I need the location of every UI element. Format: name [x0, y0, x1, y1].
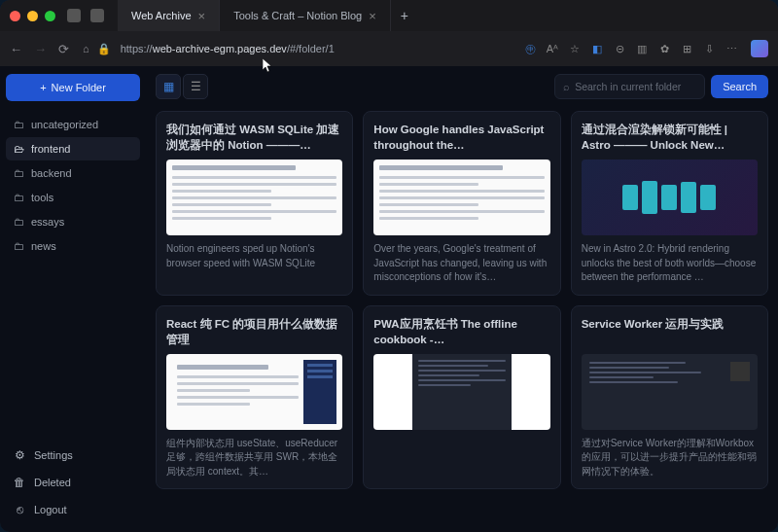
- bookmark-card[interactable]: React 纯 FC 的项目用什么做数据管理 组件内部状态用 useState、…: [156, 305, 353, 490]
- maximize-window[interactable]: [45, 11, 55, 21]
- bookmark-card[interactable]: How Google handles JavaScript throughout…: [363, 111, 560, 296]
- puzzle-icon[interactable]: ⊞: [680, 42, 693, 55]
- card-desc: Over the years, Google's treatment of Ja…: [373, 242, 549, 285]
- search-input[interactable]: [575, 81, 702, 92]
- search-box[interactable]: ⌕: [554, 74, 705, 99]
- logout-link[interactable]: ⎋ Logout: [6, 497, 140, 522]
- sidebar: + New Folder 🗀 uncategorized 🗁 frontend …: [0, 66, 146, 532]
- new-tab-button[interactable]: +: [391, 0, 418, 31]
- address-bar: ← → ⟳ ⌂ 🔒 https://web-archive-egm.pages.…: [0, 31, 778, 66]
- url-path: /#/folder/1: [287, 43, 335, 54]
- card-thumbnail: [166, 160, 342, 235]
- url-host: web-archive-egm.pages.dev: [153, 43, 287, 54]
- toolbar: ▦ ☰ ⌕ Search: [156, 74, 768, 99]
- downloads-icon[interactable]: ⇩: [702, 42, 716, 55]
- copilot-icon[interactable]: [751, 40, 768, 57]
- card-desc: New in Astro 2.0: Hybrid rendering unloc…: [582, 242, 758, 285]
- card-desc: Notion engineers sped up Notion's browse…: [166, 242, 342, 270]
- close-tab-icon[interactable]: ×: [369, 9, 376, 23]
- new-folder-button[interactable]: + New Folder: [6, 74, 140, 101]
- home-icon[interactable]: ⌂: [83, 43, 89, 54]
- tab-web-archive[interactable]: Web Archive ×: [118, 0, 220, 31]
- card-title: 通过混合渲染解锁新可能性 | Astro ——— Unlock New…: [582, 122, 758, 153]
- folder-tools[interactable]: 🗀 tools: [6, 186, 140, 209]
- close-tab-icon[interactable]: ×: [198, 9, 206, 23]
- folder-uncategorized[interactable]: 🗀 uncategorized: [6, 113, 140, 136]
- plus-icon: +: [40, 82, 46, 93]
- folder-label: uncategorized: [31, 119, 98, 130]
- translate-icon[interactable]: ㊥: [523, 42, 537, 55]
- card-title: PWA应用烹饪书 The offline cookbook -…: [373, 316, 549, 347]
- back-button[interactable]: ←: [10, 42, 22, 56]
- bookmark-card[interactable]: 我们如何通过 WASM SQLite 加速浏览器中的 Notion ———… N…: [156, 111, 353, 296]
- folder-backend[interactable]: 🗀 backend: [6, 161, 140, 185]
- bookmark-card[interactable]: PWA应用烹饪书 The offline cookbook -…: [363, 305, 560, 490]
- folder-label: frontend: [31, 143, 70, 155]
- card-thumbnail: [166, 354, 342, 430]
- logout-label: Logout: [34, 504, 67, 515]
- folder-label: essays: [31, 216, 64, 228]
- folder-label: news: [31, 240, 56, 252]
- deleted-label: Deleted: [34, 477, 71, 488]
- card-thumbnail: [582, 354, 758, 430]
- folder-icon: 🗀: [14, 216, 24, 228]
- main-pane: ▦ ☰ ⌕ Search 我们如何通过 WASM SQLite 加速浏览器中的 …: [146, 66, 778, 532]
- lock-icon[interactable]: 🔒: [97, 43, 111, 55]
- card-thumbnail: [373, 354, 549, 430]
- trash-icon: 🗑: [14, 476, 25, 489]
- folder-icon: 🗀: [14, 192, 24, 203]
- card-title: 我们如何通过 WASM SQLite 加速浏览器中的 Notion ———…: [166, 122, 342, 153]
- open-folder-icon: 🗁: [14, 143, 24, 155]
- logout-icon: ⎋: [14, 503, 25, 516]
- shopping-icon[interactable]: ⊝: [613, 42, 626, 55]
- tab-label: Tools & Craft – Notion Blog: [233, 10, 362, 21]
- folder-news[interactable]: 🗀 news: [6, 234, 140, 258]
- search-icon: ⌕: [563, 81, 570, 92]
- folder-frontend[interactable]: 🗁 frontend: [6, 137, 140, 160]
- reader-icon[interactable]: Aᴬ: [546, 42, 559, 55]
- settings-label: Settings: [34, 449, 73, 461]
- profile-icon[interactable]: [67, 9, 81, 22]
- settings-link[interactable]: ⚙ Settings: [6, 443, 140, 468]
- card-title: How Google handles JavaScript throughout…: [373, 122, 549, 153]
- folder-essays[interactable]: 🗀 essays: [6, 210, 140, 233]
- card-desc: 组件内部状态用 useState、useReducer 足够，跨组件数据共享用 …: [166, 437, 342, 479]
- folder-label: tools: [31, 192, 53, 203]
- titlebar: Web Archive × Tools & Craft – Notion Blo…: [0, 0, 778, 31]
- close-window[interactable]: [10, 11, 20, 21]
- nav-arrows: ← → ⟳: [10, 42, 69, 56]
- tabs: Web Archive × Tools & Craft – Notion Blo…: [118, 0, 768, 31]
- refresh-button[interactable]: ⟳: [58, 42, 69, 56]
- traffic-lights: [10, 11, 55, 21]
- bookmark-card[interactable]: Service Worker 运用与实践 通过对Service Worker的理…: [571, 305, 768, 490]
- menu-icon[interactable]: ⋯: [725, 42, 738, 55]
- folder-icon: 🗀: [14, 119, 24, 130]
- extension-icon[interactable]: ✿: [657, 42, 671, 55]
- library-icon[interactable]: ▥: [635, 42, 649, 55]
- gear-icon: ⚙: [14, 448, 25, 462]
- deleted-link[interactable]: 🗑 Deleted: [6, 470, 140, 495]
- folder-list: 🗀 uncategorized 🗁 frontend 🗀 backend 🗀 t…: [6, 113, 140, 437]
- grid-view-button[interactable]: ▦: [156, 74, 181, 99]
- tab-label: Web Archive: [131, 10, 192, 21]
- folder-icon: 🗀: [14, 240, 24, 252]
- card-desc: 通过对Service Worker的理解和Workbox的应用，可以进一步提升产…: [582, 437, 758, 479]
- forward-button[interactable]: →: [34, 42, 47, 56]
- minimize-window[interactable]: [27, 11, 38, 21]
- folder-label: backend: [31, 167, 72, 179]
- sidebar-bottom: ⚙ Settings 🗑 Deleted ⎋ Logout: [6, 437, 140, 522]
- url-field[interactable]: https://web-archive-egm.pages.dev/#/fold…: [121, 43, 513, 54]
- list-view-button[interactable]: ☰: [183, 74, 208, 99]
- card-thumbnail: [582, 160, 758, 235]
- bookmark-card[interactable]: 通过混合渲染解锁新可能性 | Astro ——— Unlock New… New…: [571, 111, 768, 296]
- cards-grid: 我们如何通过 WASM SQLite 加速浏览器中的 Notion ———… N…: [156, 111, 768, 489]
- card-title: React 纯 FC 的项目用什么做数据管理: [166, 316, 342, 347]
- sidebar-icon[interactable]: [90, 9, 104, 22]
- tab-notion-blog[interactable]: Tools & Craft – Notion Blog ×: [220, 0, 391, 31]
- titlebar-icons: [67, 9, 104, 22]
- card-title: Service Worker 运用与实践: [582, 316, 758, 347]
- search-button[interactable]: Search: [711, 75, 768, 98]
- collections-icon[interactable]: ◧: [590, 42, 604, 55]
- addr-icons-right: ㊥ Aᴬ ☆ ◧ ⊝ ▥ ✿ ⊞ ⇩ ⋯: [523, 40, 768, 57]
- favorite-icon[interactable]: ☆: [568, 42, 582, 55]
